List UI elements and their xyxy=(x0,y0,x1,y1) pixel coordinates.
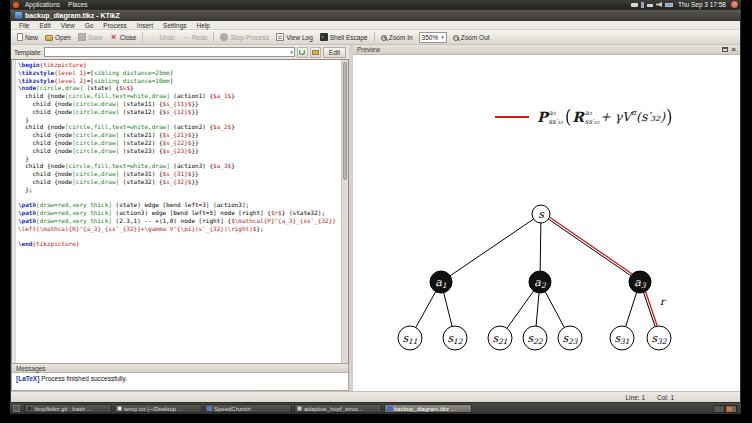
network-icon[interactable] xyxy=(647,2,653,7)
message-text: Process finished successfully. xyxy=(39,375,127,382)
code-segment: [circle,draw] xyxy=(72,178,119,185)
browse-template-button[interactable] xyxy=(310,47,321,58)
menu-insert[interactable]: Insert xyxy=(132,22,158,29)
code-segment: (2.3,1) -- +(1,0) node [right] { xyxy=(112,217,231,224)
titlebar[interactable]: backup_diagram.tikz - KTikZ xyxy=(11,10,740,21)
code-segment: [draw=red,very thick] xyxy=(36,209,112,216)
red-edge-a3-s32 xyxy=(646,292,658,326)
menu-edit[interactable]: Edit xyxy=(34,22,55,29)
reload-icon xyxy=(299,49,305,55)
code-segment: (state11) { xyxy=(119,100,162,107)
menu-view[interactable]: View xyxy=(56,22,80,29)
code-segment: }} xyxy=(191,108,198,115)
taskbar-item[interactable]: /tmp/ktikz.git : bash ... xyxy=(24,404,112,413)
close-panel-icon[interactable]: × xyxy=(731,46,736,54)
taskbar-item[interactable]: adaptive_hopf_struc... xyxy=(294,404,382,413)
folder-icon xyxy=(312,50,319,55)
code-segment: child {node xyxy=(18,131,72,138)
code-area[interactable]: \begin{tikzpicture}\tikzstyle{level 1}=[… xyxy=(18,61,340,364)
code-line: \end{tikzpicture} xyxy=(18,240,340,248)
battery-icon[interactable] xyxy=(665,3,673,7)
workspace-switcher[interactable] xyxy=(713,405,737,413)
power-icon[interactable] xyxy=(731,1,738,8)
code-segment: {level 2} xyxy=(54,77,87,84)
editor-scrollbar[interactable] xyxy=(341,60,348,364)
shell-escape-button[interactable]: Shell Escape xyxy=(317,32,371,42)
volume-icon[interactable] xyxy=(656,2,662,7)
tray-icons xyxy=(631,2,673,8)
menu-file[interactable]: File xyxy=(14,22,34,29)
panel-menu-places[interactable]: Places xyxy=(64,0,92,9)
status-line: Line: 1 xyxy=(625,394,645,401)
code-segment: (action3) edge [bend left=5] node [right… xyxy=(112,209,271,216)
edge-a1-s11 xyxy=(416,292,436,328)
code-segment: $s_{22}$ xyxy=(163,139,192,146)
menu-process[interactable]: Process xyxy=(98,22,131,29)
view-log-button[interactable]: View Log xyxy=(273,32,316,42)
toolbar-label: Redo xyxy=(192,34,208,41)
zoom-level-combo[interactable]: 350%▾ xyxy=(419,32,447,43)
editor-frame: \begin{tikzpicture}\tikzstyle{level 1}=[… xyxy=(11,59,349,365)
code-segment: $a_3$ xyxy=(213,162,231,169)
open-button[interactable]: Open xyxy=(42,32,74,42)
zoom-in-button[interactable]: Zoom In xyxy=(378,33,416,42)
menu-go[interactable]: Go xyxy=(80,22,99,29)
message-tag: [LaTeX] xyxy=(16,375,39,382)
status-bar: Line: 1 Col: 1 xyxy=(11,391,740,402)
window-title: backup_diagram.tikz - KTikZ xyxy=(25,12,120,19)
message-line: [LaTeX] Process finished successfully. xyxy=(16,375,344,383)
code-segment: }} xyxy=(191,131,198,138)
code-segment: } xyxy=(130,84,134,91)
workspace-1[interactable] xyxy=(713,405,725,413)
task-label: adaptive_hopf_struc... xyxy=(304,406,363,412)
red-edge-s-a3 xyxy=(550,217,633,274)
code-segment: {level 1} xyxy=(54,69,87,76)
taskbar-item[interactable]: temp.txt (~/Desktop ... xyxy=(114,404,202,413)
bluetooth-icon[interactable] xyxy=(641,2,644,8)
menu-help[interactable]: Help xyxy=(192,22,215,29)
code-segment: ] xyxy=(170,77,174,84)
code-line: child {node[circle,draw] (state23) {$s_{… xyxy=(18,147,340,155)
code-line: child {node[circle,fill,text=white,draw]… xyxy=(18,92,340,100)
task-label: temp.txt (~/Desktop ... xyxy=(124,406,183,412)
new-button[interactable]: New xyxy=(14,32,41,42)
close-button[interactable]: Close xyxy=(107,32,140,42)
code-segment: [circle,draw] xyxy=(36,84,83,91)
toolbar: NewOpenSaveCloseUndoRedoStop ProcessView… xyxy=(11,30,740,45)
float-panel-icon[interactable] xyxy=(722,47,728,52)
redo-button: Redo xyxy=(179,32,211,42)
distributor-logo-icon[interactable] xyxy=(13,2,19,8)
messages-body: [LaTeX] Process finished successfully. xyxy=(12,373,348,385)
panel-menu-applications[interactable]: Applications xyxy=(21,0,64,9)
code-segment: [circle,draw] xyxy=(72,147,119,154)
code-segment: =[ xyxy=(87,69,94,76)
reload-template-button[interactable] xyxy=(297,47,308,58)
code-segment: (state22) { xyxy=(119,139,162,146)
code-line: child {node[circle,fill,text=white,draw]… xyxy=(18,123,340,131)
log-icon xyxy=(276,33,284,41)
stop-process-button: Stop Process xyxy=(217,32,272,42)
template-combo[interactable]: ▾ xyxy=(44,47,295,57)
edge-a3-s31 xyxy=(626,292,637,326)
menu-settings[interactable]: Settings xyxy=(158,22,192,29)
toolbar-separator xyxy=(374,32,375,42)
code-segment: $s$ xyxy=(119,84,130,91)
code-segment: \path xyxy=(18,209,36,216)
edit-template-button[interactable]: Edit xyxy=(323,47,346,58)
taskbar-item[interactable]: SpeedCrunch xyxy=(204,404,292,413)
mail-icon[interactable] xyxy=(631,3,638,7)
clock[interactable]: Thu Sep 3 17:58 xyxy=(676,1,728,8)
code-segment: [circle,fill,text=white,draw] xyxy=(65,123,170,130)
scrollbar-thumb[interactable] xyxy=(343,62,347,180)
taskbar-item[interactable]: backup_diagram.tikz ... xyxy=(384,404,472,413)
open-folder-icon xyxy=(45,35,53,41)
code-segment: }} xyxy=(191,147,198,154)
code-segment: \end xyxy=(18,240,32,247)
edge-s-a2 xyxy=(540,223,541,271)
code-segment: \begin xyxy=(18,61,40,68)
save-button: Save xyxy=(75,32,106,42)
workspace-2[interactable] xyxy=(725,405,737,413)
show-desktop-icon[interactable] xyxy=(13,405,20,412)
code-segment: $r$ xyxy=(271,209,282,216)
zoom-out-button[interactable]: Zoom Out xyxy=(450,33,493,42)
